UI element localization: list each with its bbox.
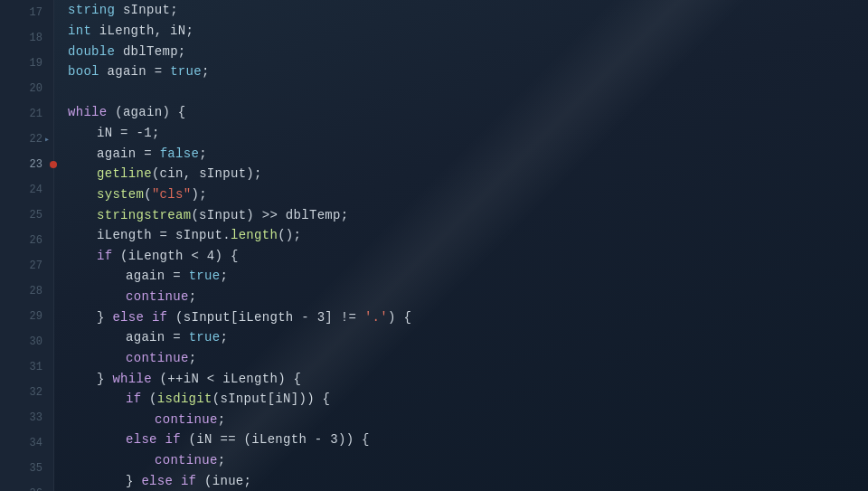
line-number-23: 23 — [0, 152, 53, 177]
code-line-28: iLength = sInput.length(); — [68, 225, 850, 246]
line-number-31: 31 — [0, 354, 53, 380]
line-number-30: 30 — [0, 329, 53, 354]
line-numbers: 171819202122▸232425262728293031323334353… — [0, 0, 53, 491]
token-plain: (); — [278, 228, 301, 242]
token-plain: ; — [218, 412, 226, 427]
code-line-18: int iLength, iN; — [68, 21, 850, 42]
token-plain: dblTemp; — [115, 44, 185, 59]
token-kw-ctrl: while — [68, 105, 108, 119]
token-bool-val: true — [189, 330, 221, 345]
token-kw-ctrl: if — [97, 249, 112, 263]
token-type: bool — [68, 64, 99, 79]
token-plain: again = — [99, 64, 170, 79]
code-area: string sInput;int iLength, iN;double dbl… — [54, 0, 868, 491]
token-plain: nue; — [220, 474, 251, 488]
token-fn: stringstream — [97, 208, 191, 222]
code-line-40: } else if (inue; — [68, 470, 850, 491]
code-line-19: double dblTemp; — [68, 41, 850, 61]
line-number-33: 33 — [0, 405, 53, 430]
code-line-39: continue; — [68, 450, 850, 471]
code-line-38: else if (iN == (iLength - 3)) { — [68, 430, 850, 450]
code-line-20: bool again = true; — [68, 61, 850, 82]
token-plain: ( — [141, 392, 156, 406]
token-plain: (sInput[iLength - 3] != — [167, 310, 364, 325]
token-plain: ; — [189, 289, 197, 304]
code-line-21 — [68, 82, 850, 103]
code-line-23: iN = -1; — [68, 123, 850, 144]
token-fn: isdigit — [157, 392, 212, 406]
token-kw-ctrl: continue — [155, 453, 218, 467]
code-line-22: while (again) { — [68, 102, 850, 123]
breakpoint-marker — [50, 161, 57, 168]
line-number-25: 25 — [0, 203, 53, 228]
code-line-37: continue; — [68, 410, 850, 430]
code-line-35: } while (++iN < iLength) { — [68, 368, 850, 389]
token-plain: (cin, sInput); — [152, 166, 262, 181]
code-line-17: string sInput; — [68, 0, 850, 21]
line-number-28: 28 — [0, 279, 53, 304]
token-plain: (++iN < iLength) { — [152, 372, 301, 386]
line-number-32: 32 — [0, 380, 53, 405]
token-plain: ; — [218, 453, 226, 467]
line-number-36: 36 — [0, 481, 53, 491]
line-number-19: 19 — [0, 51, 53, 76]
token-plain: iLength = sInput. — [97, 228, 231, 242]
line-number-24: 24 — [0, 177, 53, 203]
token-plain: (iLength < 4) { — [112, 249, 238, 263]
token-plain: } — [97, 310, 112, 325]
token-kw-ctrl: while — [112, 372, 152, 386]
line-number-29: 29 — [0, 304, 53, 329]
token-plain: (again) { — [108, 105, 186, 119]
token-plain: iN = -1; — [97, 126, 160, 140]
line-number-17: 17 — [0, 0, 53, 25]
token-plain: ; — [199, 146, 207, 161]
token-plain: again = — [97, 146, 160, 161]
token-kw-ctrl: else if — [141, 474, 196, 488]
line-number-22: 22▸ — [0, 127, 53, 152]
token-plain: (i — [196, 474, 220, 488]
token-plain: ; — [189, 351, 197, 365]
code-line-24: again = false; — [68, 143, 850, 164]
token-bool-val: true — [170, 64, 202, 79]
line-number-35: 35 — [0, 456, 53, 481]
token-str: "cls" — [152, 187, 192, 202]
code-line-33: again = true; — [68, 327, 850, 348]
token-plain: ; — [202, 64, 210, 79]
token-plain: iLength, iN; — [91, 24, 193, 38]
code-line-26: system("cls"); — [68, 184, 850, 205]
token-kw-ctrl: continue — [155, 412, 218, 427]
token-fn: getline — [97, 166, 152, 181]
code-line-25: getline(cin, sInput); — [68, 164, 850, 184]
token-str: '.' — [364, 310, 388, 325]
code-line-27: stringstream(sInput) >> dblTemp; — [68, 204, 850, 225]
token-kw-ctrl: else if — [126, 432, 181, 447]
token-plain: (sInput[iN])) { — [212, 392, 331, 406]
token-kw-ctrl: continue — [126, 289, 189, 304]
token-plain: ; — [220, 330, 228, 345]
token-plain: again = — [126, 269, 189, 283]
token-type: double — [68, 44, 115, 59]
line-number-26: 26 — [0, 228, 53, 253]
line-number-21: 21 — [0, 101, 53, 127]
line-gutter: 171819202122▸232425262728293031323334353… — [0, 0, 54, 491]
line-number-34: 34 — [0, 430, 53, 456]
token-plain: ) { — [388, 310, 411, 325]
token-plain: } — [97, 372, 112, 386]
token-bool-val: false — [160, 146, 200, 161]
code-line-30: again = true; — [68, 266, 850, 287]
collapse-arrow[interactable]: ▸ — [42, 135, 52, 144]
code-line-31: continue; — [68, 287, 850, 307]
token-plain: (iN == (iLength - 3)) { — [181, 432, 370, 447]
code-editor: 171819202122▸232425262728293031323334353… — [0, 0, 868, 491]
token-plain: again = — [126, 330, 189, 345]
token-type: int — [68, 24, 91, 38]
token-kw-ctrl: if — [126, 392, 141, 406]
token-fn: system — [97, 187, 144, 202]
token-plain: ; — [220, 269, 228, 283]
line-number-18: 18 — [0, 25, 53, 51]
token-fn: length — [231, 228, 278, 242]
code-line-32: } else if (sInput[iLength - 3] != '.') { — [68, 307, 850, 327]
line-number-27: 27 — [0, 253, 53, 279]
token-kw-ctrl: continue — [126, 351, 189, 365]
code-line-29: if (iLength < 4) { — [68, 246, 850, 267]
